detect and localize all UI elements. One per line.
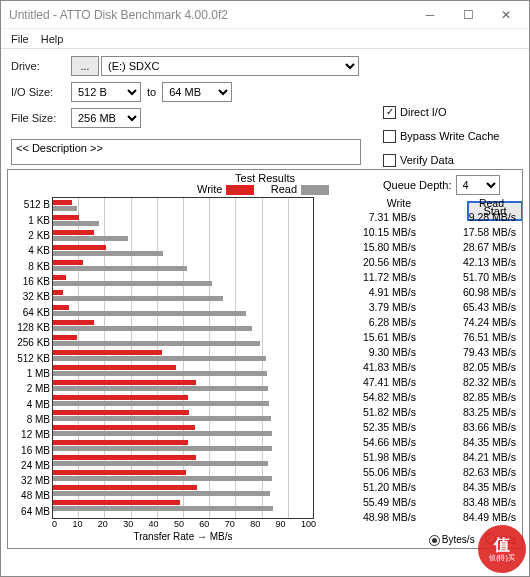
filesize-select[interactable]: 256 MB <box>71 108 141 128</box>
result-row: 7.31 MB/s9.28 MB/s <box>318 209 518 224</box>
result-row: 51.20 MB/s84.35 MB/s <box>318 479 518 494</box>
result-row: 52.35 MB/s83.66 MB/s <box>318 419 518 434</box>
iosize-label: I/O Size: <box>11 86 71 98</box>
x-axis-label: Transfer Rate → MB/s <box>52 531 314 542</box>
maximize-button[interactable]: ☐ <box>449 2 487 28</box>
minimize-button[interactable]: ─ <box>411 2 449 28</box>
iosize-to-select[interactable]: 64 MB <box>162 82 232 102</box>
result-row: 48.98 MB/s84.49 MB/s <box>318 509 518 524</box>
radio-bytes[interactable]: Bytes/s <box>429 534 475 546</box>
result-row: 55.06 MB/s82.63 MB/s <box>318 464 518 479</box>
x-axis: 0102030405060708090100 <box>52 519 316 531</box>
menu-file[interactable]: File <box>11 33 29 45</box>
verify-checkbox[interactable] <box>383 154 396 167</box>
verify-label: Verify Data <box>400 154 454 166</box>
menu-help[interactable]: Help <box>41 33 64 45</box>
bypass-label: Bypass Write Cache <box>400 130 499 142</box>
y-axis-labels: 512 B1 KB2 KB4 KB8 KB16 KB32 KB64 KB128 … <box>12 197 52 519</box>
result-row: 55.49 MB/s83.48 MB/s <box>318 494 518 509</box>
filesize-label: File Size: <box>11 112 71 124</box>
result-row: 15.80 MB/s28.67 MB/s <box>318 239 518 254</box>
result-row: 54.66 MB/s84.35 MB/s <box>318 434 518 449</box>
direct-io-checkbox[interactable]: ✓ <box>383 106 396 119</box>
result-row: 15.61 MB/s76.51 MB/s <box>318 329 518 344</box>
result-row: 51.82 MB/s83.25 MB/s <box>318 404 518 419</box>
legend-read-swatch <box>301 185 329 195</box>
result-row: 3.79 MB/s65.43 MB/s <box>318 299 518 314</box>
result-row: 20.56 MB/s42.13 MB/s <box>318 254 518 269</box>
description-input[interactable]: << Description >> <box>11 139 361 165</box>
result-row: 4.91 MB/s60.98 MB/s <box>318 284 518 299</box>
col-read: Read <box>411 197 504 209</box>
close-button[interactable]: ✕ <box>487 2 525 28</box>
result-row: 54.82 MB/s82.85 MB/s <box>318 389 518 404</box>
bypass-checkbox[interactable] <box>383 130 396 143</box>
drive-label: Drive: <box>11 60 71 72</box>
result-row: 10.15 MB/s17.58 MB/s <box>318 224 518 239</box>
result-row: 47.41 MB/s82.32 MB/s <box>318 374 518 389</box>
window-title: Untitled - ATTO Disk Benchmark 4.00.0f2 <box>9 8 411 22</box>
col-write: Write <box>318 197 411 209</box>
result-row: 9.30 MB/s79.43 MB/s <box>318 344 518 359</box>
iosize-from-select[interactable]: 512 B <box>71 82 141 102</box>
result-row: 51.98 MB/s84.21 MB/s <box>318 449 518 464</box>
result-row: 6.28 MB/s74.24 MB/s <box>318 314 518 329</box>
result-row: 41.83 MB/s82.05 MB/s <box>318 359 518 374</box>
result-row: 11.72 MB/s51.70 MB/s <box>318 269 518 284</box>
chart-bars <box>52 197 314 519</box>
watermark-badge: 值 值(得)买 <box>478 525 526 573</box>
browse-drive-button[interactable]: ... <box>71 56 99 76</box>
to-label: to <box>147 86 156 98</box>
direct-io-label: Direct I/O <box>400 106 446 118</box>
drive-select[interactable]: (E:) SDXC <box>101 56 359 76</box>
legend: Write Read <box>12 183 518 195</box>
legend-write-swatch <box>226 185 254 195</box>
